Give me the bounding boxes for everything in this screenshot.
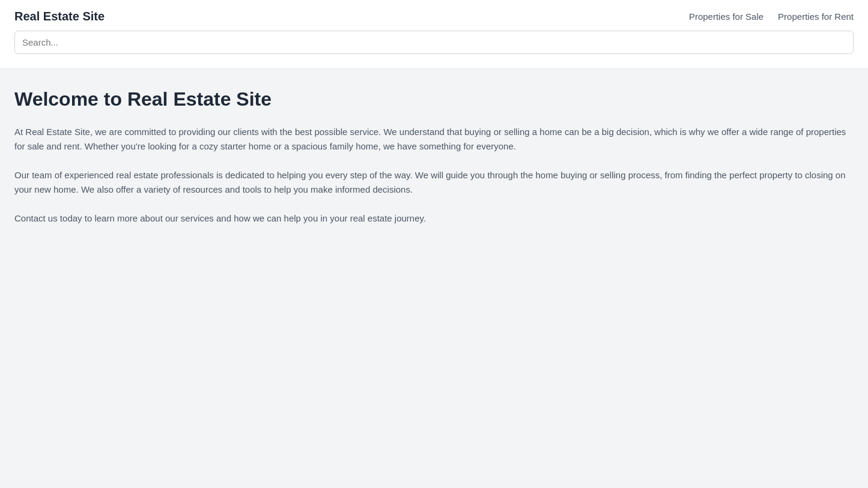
search-input[interactable] (14, 31, 854, 54)
paragraph-2: Our team of experienced real estate prof… (14, 168, 854, 197)
site-logo[interactable]: Real Estate Site (14, 10, 105, 23)
header-top: Real Estate Site Properties for Sale Pro… (14, 10, 854, 23)
nav-links: Properties for Sale Properties for Rent (689, 11, 854, 22)
paragraph-1: At Real Estate Site, we are committed to… (14, 125, 854, 154)
main-content: Welcome to Real Estate Site At Real Esta… (0, 69, 868, 259)
nav-item-rent: Properties for Rent (778, 11, 854, 22)
nav-item-sale: Properties for Sale (689, 11, 763, 22)
site-header: Real Estate Site Properties for Sale Pro… (0, 0, 868, 69)
nav-link-sale[interactable]: Properties for Sale (689, 11, 763, 22)
paragraph-3: Contact us today to learn more about our… (14, 211, 854, 226)
main-nav: Properties for Sale Properties for Rent (689, 11, 854, 22)
page-title: Welcome to Real Estate Site (14, 88, 854, 110)
nav-link-rent[interactable]: Properties for Rent (778, 11, 854, 22)
